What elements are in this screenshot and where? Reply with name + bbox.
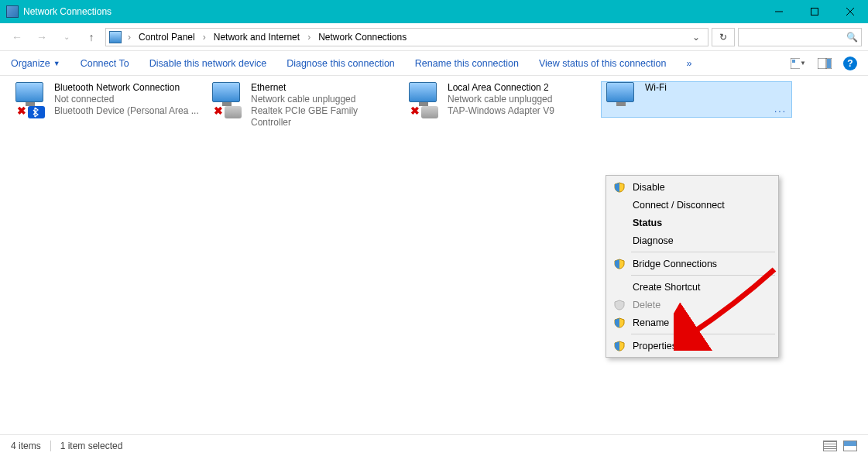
content-area: ✖ Bluetooth Network Connection Not conne…: [0, 76, 868, 432]
close-icon: [846, 8, 854, 15]
organize-menu[interactable]: Organize ▼: [11, 58, 60, 69]
connection-status: Network cable unplugged: [251, 94, 397, 105]
bluetooth-icon: [28, 106, 45, 118]
connection-bluetooth[interactable]: ✖ Bluetooth Network Connection Not conne…: [11, 82, 201, 117]
ctx-properties[interactable]: Properties: [608, 337, 777, 355]
maximize-button[interactable]: [797, 0, 832, 23]
chevron-right-icon: ›: [304, 32, 314, 43]
ctx-status[interactable]: Status: [608, 214, 777, 231]
connection-icon: ✖: [404, 82, 441, 117]
close-button[interactable]: [832, 0, 868, 23]
error-x-icon: ✖: [409, 105, 421, 117]
connection-icon: ✖: [208, 82, 245, 117]
up-button[interactable]: ↑: [81, 26, 102, 48]
change-view-button[interactable]: ▼: [791, 56, 806, 71]
connection-icon: [602, 82, 639, 117]
svg-rect-1: [811, 9, 818, 15]
shield-icon: [614, 259, 625, 269]
chevron-right-icon: ›: [125, 32, 134, 43]
nav-row: ← → ⌄ ↑ › Control Panel › Network and In…: [0, 23, 868, 51]
connection-name: Bluetooth Network Connection: [54, 82, 199, 94]
refresh-button[interactable]: ↻: [712, 28, 735, 46]
status-divider: [50, 441, 51, 451]
shield-icon: [614, 317, 625, 328]
ctx-connect-disconnect[interactable]: Connect / Disconnect: [608, 196, 777, 214]
search-box[interactable]: 🔍: [738, 28, 862, 46]
ctx-disable[interactable]: Disable: [608, 178, 777, 196]
forward-button[interactable]: →: [31, 26, 53, 48]
connection-wifi[interactable]: Wi-Fi ...: [602, 82, 791, 117]
command-bar: Organize ▼ Connect To Disable this netwo…: [0, 51, 868, 76]
toolbar-overflow[interactable]: »: [686, 58, 691, 69]
svg-rect-11: [827, 59, 831, 68]
chevron-down-icon: ▼: [53, 60, 60, 67]
connection-icon: ✖: [11, 82, 48, 117]
preview-pane-button[interactable]: [817, 56, 832, 71]
connection-status: Network cable unplugged: [448, 94, 554, 105]
organize-label: Organize: [11, 58, 50, 69]
svg-rect-5: [792, 60, 795, 63]
view-icon: [791, 58, 800, 69]
large-icons-view-button[interactable]: [843, 441, 857, 451]
details-view-button[interactable]: [823, 441, 837, 451]
ctx-create-shortcut[interactable]: Create Shortcut: [608, 278, 777, 296]
refresh-icon: ↻: [719, 32, 727, 43]
ctx-delete: Delete: [608, 296, 777, 314]
connect-to-button[interactable]: Connect To: [81, 58, 129, 69]
preview-pane-icon: [818, 58, 832, 69]
app-icon: [6, 5, 19, 18]
error-x-icon: ✖: [15, 105, 28, 117]
connection-name: Wi-Fi: [645, 82, 667, 94]
menu-separator: [631, 275, 775, 276]
breadcrumb-network-connections[interactable]: Network Connections: [317, 30, 408, 44]
titlebar: Network Connections: [0, 0, 868, 23]
shield-icon: [614, 300, 625, 310]
ethernet-plug-icon: [225, 106, 242, 118]
breadcrumb-control-panel[interactable]: Control Panel: [137, 30, 197, 44]
window-title: Network Connections: [23, 6, 761, 17]
menu-separator: [631, 252, 775, 252]
address-dropdown[interactable]: ⌄: [688, 32, 705, 43]
status-bar: 4 items 1 item selected: [0, 434, 868, 456]
shield-icon: [614, 341, 625, 351]
connection-ethernet[interactable]: ✖ Ethernet Network cable unplugged Realt…: [208, 82, 397, 117]
control-panel-icon: [109, 31, 122, 43]
minimize-button[interactable]: [761, 0, 797, 23]
rename-button[interactable]: Rename this connection: [415, 58, 519, 69]
minimize-icon: [775, 8, 783, 15]
connection-device: Bluetooth Device (Personal Area ...: [54, 105, 199, 117]
menu-separator: [631, 334, 775, 334]
connection-device: ...: [774, 104, 787, 115]
chevron-down-icon: ▼: [800, 60, 806, 67]
error-x-icon: ✖: [212, 105, 225, 117]
connection-name: Local Area Connection 2: [448, 82, 554, 94]
help-button[interactable]: ?: [843, 57, 857, 70]
context-menu: Disable Connect / Disconnect Status Diag…: [606, 175, 779, 358]
connection-local-area[interactable]: ✖ Local Area Connection 2 Network cable …: [404, 82, 594, 117]
connection-device: TAP-Windows Adapter V9: [448, 105, 554, 117]
search-icon: 🔍: [846, 32, 858, 43]
connection-name: Ethernet: [251, 82, 397, 94]
ethernet-plug-icon: [421, 106, 438, 118]
connection-device: Realtek PCIe GBE Family Controller: [251, 105, 397, 129]
ctx-diagnose[interactable]: Diagnose: [608, 231, 777, 249]
view-status-button[interactable]: View status of this connection: [539, 58, 666, 69]
disable-device-button[interactable]: Disable this network device: [149, 58, 266, 69]
diagnose-button[interactable]: Diagnose this connection: [286, 58, 395, 69]
maximize-icon: [811, 8, 818, 15]
breadcrumb-network-internet[interactable]: Network and Internet: [212, 30, 301, 44]
ctx-rename[interactable]: Rename: [608, 314, 777, 331]
connection-status: Not connected: [54, 94, 199, 105]
svg-rect-4: [791, 58, 800, 69]
search-input[interactable]: [739, 29, 861, 46]
back-button[interactable]: ←: [6, 26, 28, 48]
shield-icon: [614, 182, 625, 193]
item-count: 4 items: [11, 441, 41, 451]
address-bar[interactable]: › Control Panel › Network and Internet ›…: [105, 28, 708, 46]
selected-count: 1 item selected: [60, 441, 123, 451]
ctx-bridge[interactable]: Bridge Connections: [608, 255, 777, 273]
chevron-right-icon: ›: [200, 32, 209, 43]
recent-dropdown[interactable]: ⌄: [56, 26, 77, 48]
